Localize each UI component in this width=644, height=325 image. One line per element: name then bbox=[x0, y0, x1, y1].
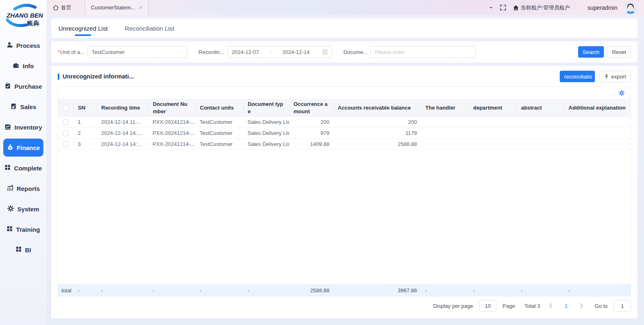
page-tabs: Unrecognized List Reconciliation List bbox=[51, 18, 637, 38]
next-page-icon[interactable] bbox=[577, 303, 586, 308]
sidebar-item-inventory[interactable]: Inventory bbox=[3, 118, 43, 136]
cell-occurrence-amount: 1409.88 bbox=[289, 139, 333, 150]
col-header-recording-time: Recording time bbox=[97, 99, 149, 117]
per-page-input[interactable] bbox=[479, 300, 496, 312]
prev-page-icon[interactable] bbox=[546, 303, 555, 308]
date-range-picker[interactable]: 2024-12-07 - 2024-12-14 bbox=[227, 46, 332, 58]
open-page-tab-label: CustomerStatem... bbox=[91, 4, 135, 11]
filter-actions: Search Reset bbox=[578, 46, 631, 58]
tab-label: Reconciliation List bbox=[125, 25, 174, 32]
total-recording-time: - bbox=[97, 285, 149, 296]
date-start[interactable]: 2024-12-07 bbox=[232, 49, 259, 55]
cell-recording-time: 2024-12-14 14:... bbox=[97, 128, 149, 139]
sidebar-item-info[interactable]: Info bbox=[3, 57, 43, 75]
cell-department bbox=[469, 128, 517, 139]
tab-unrecognized-list[interactable]: Unrecognized List bbox=[59, 18, 108, 38]
avatar[interactable] bbox=[624, 2, 637, 14]
sidebar-item-system[interactable]: System bbox=[3, 200, 43, 218]
section-actions: reconciliatio export bbox=[560, 71, 631, 82]
row-checkbox[interactable] bbox=[63, 141, 69, 147]
page-label: Page bbox=[502, 303, 515, 309]
brand-name: ZHANG BEN bbox=[6, 12, 43, 19]
topbar: 首页 CustomerStatem... × 当前租户:管理员租户 supera… bbox=[47, 0, 644, 15]
cell-contact-units: TestCustomer bbox=[196, 139, 243, 150]
table-row[interactable]: 3 2024-12-14 14:... PXX-20241214-... Tes… bbox=[58, 139, 630, 150]
cell-additional bbox=[564, 117, 630, 128]
total-sn: - bbox=[74, 285, 97, 296]
sidebar-item-training[interactable]: Training bbox=[3, 220, 43, 238]
sidebar-item-complete[interactable]: Complete bbox=[3, 159, 43, 177]
filter-document: Docume... bbox=[343, 46, 476, 58]
breadcrumb-home-label: 首页 bbox=[61, 4, 72, 11]
sidebar-item-sales[interactable]: Sales bbox=[3, 98, 43, 116]
reset-button[interactable]: Reset bbox=[607, 46, 631, 58]
grid-icon bbox=[5, 164, 11, 172]
total-label: total bbox=[58, 285, 74, 296]
brand-logo: ZHANG BEN 账犇 bbox=[0, 0, 47, 34]
cell-additional bbox=[564, 128, 630, 139]
sidebar-item-finance[interactable]: Finance bbox=[3, 139, 43, 157]
fullscreen-icon[interactable] bbox=[500, 4, 506, 11]
sidebar-item-bi[interactable]: BI bbox=[3, 241, 43, 259]
table-scroll-area: SN Recording time Document Number Contac… bbox=[58, 99, 630, 285]
document-input[interactable] bbox=[370, 46, 476, 58]
total-row-table: total - - - - - 2588.88 3967.88 - - - - bbox=[58, 285, 630, 296]
document-check-icon bbox=[10, 103, 17, 111]
cell-sn: 2 bbox=[74, 128, 97, 139]
total-row: total - - - - - 2588.88 3967.88 - - - - bbox=[58, 285, 630, 296]
sidebar-item-label: Reports bbox=[17, 185, 40, 192]
calendar-icon bbox=[322, 49, 328, 55]
search-button[interactable]: Search bbox=[578, 46, 604, 58]
total-department: - bbox=[469, 285, 517, 296]
open-page-tab[interactable]: CustomerStatem... × bbox=[85, 0, 149, 15]
cell-balance: 2588.88 bbox=[333, 139, 421, 150]
username[interactable]: superadmin bbox=[588, 4, 617, 11]
row-checkbox[interactable] bbox=[63, 130, 69, 136]
total-document-type: - bbox=[243, 285, 289, 296]
table-row[interactable]: 2 2024-12-14 14:... PXX-20241214-... Tes… bbox=[58, 128, 630, 139]
cell-recording-time: 2024-12-14 14:... bbox=[97, 139, 149, 150]
sidebar-item-process[interactable]: Process bbox=[3, 36, 43, 54]
chevron-down-icon[interactable] bbox=[489, 6, 493, 9]
reconciliation-button-label: reconciliatio bbox=[564, 74, 592, 80]
row-checkbox[interactable] bbox=[63, 119, 69, 125]
date-end[interactable]: 2024-12-14 bbox=[282, 49, 310, 55]
reconciliation-button[interactable]: reconciliatio bbox=[560, 71, 595, 82]
select-all-checkbox[interactable] bbox=[63, 105, 69, 111]
sidebar-item-label: Complete bbox=[14, 165, 42, 172]
app-root: ZHANG BEN 账犇 Process Info Purchase Sales bbox=[0, 0, 644, 325]
goto-label: Go to bbox=[594, 303, 608, 309]
cell-balance: 200 bbox=[333, 117, 421, 128]
total-handler: - bbox=[421, 285, 469, 296]
sidebar-item-reports[interactable]: Reports bbox=[3, 179, 43, 197]
cell-occurrence-amount: 200 bbox=[289, 117, 333, 128]
sidebar-item-label: Sales bbox=[20, 103, 36, 110]
unit-label: *Unit of a... bbox=[58, 49, 84, 55]
total-document-number: - bbox=[149, 285, 196, 296]
cell-additional bbox=[564, 139, 630, 150]
table-toolbar bbox=[58, 87, 630, 99]
tab-reconciliation-list[interactable]: Reconciliation List bbox=[125, 18, 174, 38]
current-page[interactable]: 1 bbox=[561, 303, 571, 309]
home-icon bbox=[53, 4, 59, 11]
unit-select[interactable]: TestCustomer ··· bbox=[87, 46, 187, 58]
unit-value: TestCustomer bbox=[92, 49, 124, 55]
cell-document-type: Sales Delivery List bbox=[243, 128, 289, 139]
section-header: Unrecognized informati... reconciliatio … bbox=[58, 71, 631, 82]
breadcrumb-home[interactable]: 首页 bbox=[53, 4, 72, 11]
cell-handler bbox=[421, 139, 469, 150]
cell-document-type: Sales Delivery List bbox=[243, 139, 289, 150]
cell-sn: 1 bbox=[74, 117, 97, 128]
export-button[interactable]: export bbox=[599, 71, 631, 82]
table-row[interactable]: 1 2024-12-14 11:... PXX-20241214-... Tes… bbox=[58, 117, 630, 128]
filter-recording-time: Recordin... 2024-12-07 - 2024-12-14 bbox=[198, 46, 332, 58]
goto-page-input[interactable] bbox=[614, 300, 631, 312]
close-icon[interactable]: × bbox=[139, 4, 142, 11]
col-header-additional-explanation: Additional explanation bbox=[564, 99, 630, 117]
chart-box-icon bbox=[5, 123, 11, 131]
column-settings-gear-icon[interactable] bbox=[619, 90, 625, 96]
pagination: Display per page Page Total 3 1 Go to bbox=[58, 296, 631, 315]
sidebar-item-purchase[interactable]: Purchase bbox=[3, 77, 43, 95]
more-icon[interactable]: ··· bbox=[177, 49, 183, 55]
active-tab-indicator bbox=[75, 34, 91, 36]
